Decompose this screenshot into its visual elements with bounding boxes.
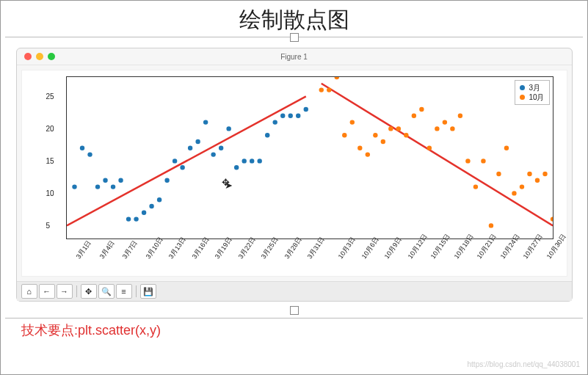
svg-point-44 [404, 133, 408, 137]
figure-window: Figure 1 3月 10月 ✥➤ 5101520253月1日3月4日3月7日… [16, 48, 573, 302]
svg-point-40 [373, 133, 377, 137]
svg-point-28 [272, 120, 277, 124]
svg-point-47 [427, 146, 431, 150]
x-tick: 3月4日 [98, 239, 117, 261]
y-tick: 5 [46, 222, 51, 230]
svg-point-60 [527, 172, 531, 176]
svg-point-30 [288, 114, 292, 118]
svg-point-61 [534, 178, 539, 183]
svg-point-46 [419, 107, 424, 112]
window-title: Figure 1 [17, 53, 572, 61]
svg-point-27 [265, 133, 269, 137]
svg-point-22 [226, 126, 231, 131]
y-tick: 10 [46, 189, 54, 197]
forward-button[interactable]: → [57, 284, 73, 299]
x-tick: 3月10日 [144, 236, 166, 261]
svg-point-31 [296, 114, 300, 118]
svg-point-24 [242, 159, 246, 163]
x-tick: 10月9日 [382, 236, 404, 261]
svg-point-63 [550, 216, 552, 221]
y-tick: 20 [46, 125, 54, 133]
svg-point-50 [450, 126, 454, 131]
svg-point-35 [334, 77, 338, 79]
svg-point-12 [149, 204, 153, 208]
y-tick: 15 [46, 157, 54, 165]
svg-point-4 [87, 152, 92, 156]
svg-point-9 [126, 216, 130, 221]
x-tick: 3月25日 [259, 236, 281, 261]
mpl-toolbar: ⌂ ← → ✥ 🔍 ≡ 💾 [17, 281, 572, 301]
axes-frame: 3月 10月 ✥➤ 5101520253月1日3月4日3月7日3月10日3月13… [66, 76, 553, 239]
svg-point-58 [512, 191, 516, 195]
svg-point-52 [465, 159, 470, 163]
svg-point-37 [349, 120, 354, 124]
svg-point-43 [396, 126, 400, 131]
zoom-button[interactable]: 🔍 [98, 284, 115, 299]
svg-point-55 [488, 223, 493, 227]
y-tick: 25 [46, 92, 54, 101]
svg-point-6 [103, 178, 107, 183]
svg-point-51 [457, 114, 462, 118]
svg-point-62 [542, 172, 547, 176]
svg-point-33 [319, 87, 323, 92]
x-tick: 10月3日 [336, 236, 358, 261]
svg-point-2 [72, 184, 76, 189]
svg-point-15 [172, 159, 176, 163]
x-tick: 3月16日 [190, 236, 212, 261]
svg-point-41 [380, 139, 385, 144]
svg-point-57 [504, 146, 508, 150]
svg-point-48 [435, 126, 439, 131]
svg-point-42 [388, 126, 393, 131]
footnote: 技术要点:plt.scatter(x,y) [1, 318, 587, 342]
x-tick: 3月31日 [305, 236, 327, 261]
home-button[interactable]: ⌂ [21, 284, 37, 299]
x-tick: 3月1日 [74, 239, 94, 261]
svg-point-26 [257, 159, 261, 163]
svg-point-13 [156, 197, 161, 202]
x-tick: 3月13日 [167, 236, 189, 261]
svg-point-34 [327, 87, 331, 92]
svg-point-11 [141, 211, 145, 215]
handle-icon [290, 306, 299, 315]
svg-point-53 [473, 184, 477, 189]
svg-point-19 [203, 120, 207, 124]
svg-point-10 [134, 216, 138, 221]
x-tick: 3月7日 [120, 239, 140, 261]
svg-point-17 [187, 146, 192, 150]
x-tick: 10月6日 [360, 236, 382, 261]
svg-point-29 [280, 114, 285, 118]
x-tick: 3月19日 [213, 236, 235, 261]
separator [136, 285, 137, 297]
svg-point-14 [164, 178, 169, 183]
svg-line-0 [67, 96, 306, 225]
svg-point-25 [249, 159, 253, 163]
svg-point-45 [411, 114, 415, 118]
data-layer [67, 77, 553, 239]
svg-point-23 [233, 165, 238, 170]
x-tick: 3月22日 [236, 236, 258, 261]
watermark: https://blog.csdn.net/qq_44038001 [468, 360, 580, 368]
save-button[interactable]: 💾 [140, 284, 156, 299]
svg-point-59 [519, 184, 523, 189]
svg-point-20 [211, 152, 215, 156]
svg-point-49 [442, 120, 446, 124]
pan-button[interactable]: ✥ [81, 284, 97, 299]
svg-point-16 [180, 165, 184, 170]
back-button[interactable]: ← [39, 284, 55, 299]
svg-point-21 [218, 146, 222, 150]
svg-point-8 [118, 178, 123, 183]
window-titlebar: Figure 1 [17, 48, 572, 65]
subplots-button[interactable]: ≡ [116, 284, 132, 299]
svg-point-56 [496, 172, 501, 176]
svg-point-39 [365, 152, 369, 156]
svg-point-5 [95, 184, 99, 189]
svg-point-7 [110, 184, 115, 189]
x-tick: 3月28日 [283, 236, 305, 261]
svg-line-1 [321, 84, 552, 226]
plot-canvas[interactable]: 3月 10月 ✥➤ 5101520253月1日3月4日3月7日3月10日3月13… [21, 70, 567, 277]
svg-point-18 [195, 139, 200, 144]
svg-point-32 [303, 107, 308, 112]
svg-point-3 [79, 146, 84, 150]
svg-point-38 [357, 146, 362, 150]
svg-point-54 [481, 159, 485, 163]
